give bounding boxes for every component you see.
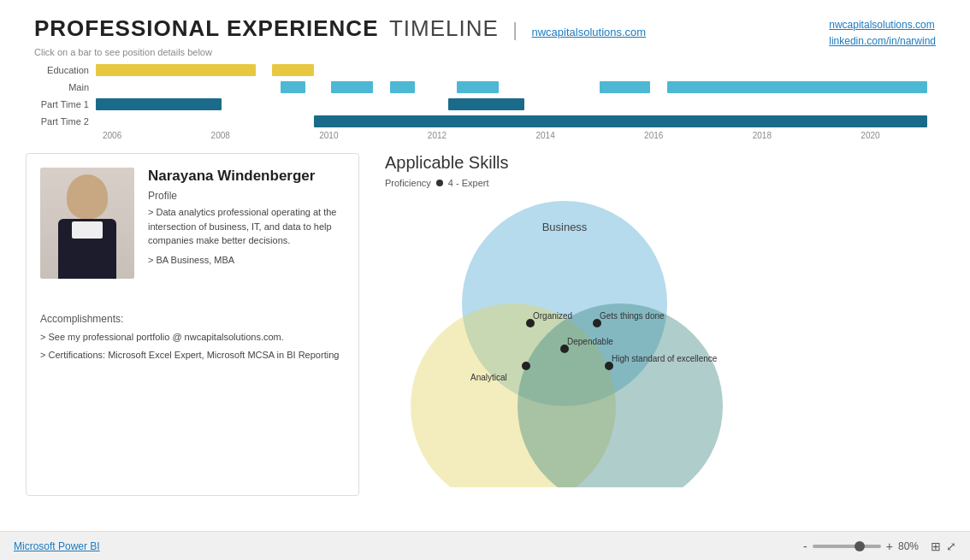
zoom-value: 80% — [898, 540, 919, 552]
timeline-axis: 2006 2008 2010 2012 2014 2016 2018 2020 — [103, 131, 936, 146]
venn-svg: Business Programming & IT Data Organized… — [385, 197, 744, 487]
website-link[interactable]: nwcapitalsolutions.com — [532, 26, 647, 38]
acc-line2: > Certifications: Microsoft Excel Expert… — [40, 348, 345, 363]
venn-label-business: Business — [542, 221, 588, 233]
accomplishments-title: Accomplishments: — [40, 313, 345, 325]
subtitle: Click on a bar to see position details b… — [34, 47, 212, 57]
label-analytical: Analytical — [470, 373, 507, 382]
timeline-label-education: Education — [34, 65, 96, 75]
timeline-label-parttime1: Part Time 1 — [34, 99, 96, 109]
proficiency-legend: Proficiency 4 - Expert — [385, 178, 944, 188]
timeline-label-parttime2: Part Time 2 — [34, 116, 96, 127]
profile-info: Narayana Windenberger Profile > Data ana… — [148, 168, 345, 279]
website-link-header[interactable]: nwcapitalsolutions.com — [829, 17, 934, 33]
zoom-minus[interactable]: - — [803, 539, 807, 553]
skills-section: Applicable Skills Proficiency 4 - Expert… — [376, 153, 944, 496]
timeline-bars-parttime1 — [96, 98, 936, 110]
bottom-bar: Microsoft Power BI - + 80% ⊞ ⤢ — [0, 531, 970, 560]
profile-section-title: Profile — [148, 190, 345, 202]
axis-2018: 2018 — [753, 131, 772, 140]
header-links: nwcapitalsolutions.com linkedin.com/in/n… — [829, 15, 936, 50]
profile-name: Narayana Windenberger — [148, 168, 345, 185]
accomplishments-section: Accomplishments: > See my professional p… — [40, 303, 345, 362]
zoom-plus[interactable]: + — [886, 539, 893, 553]
main-content: Narayana Windenberger Profile > Data ana… — [0, 153, 970, 496]
profile-card: Narayana Windenberger Profile > Data ana… — [26, 153, 359, 496]
profile-top: Narayana Windenberger Profile > Data ana… — [40, 168, 345, 279]
axis-2008: 2008 — [211, 131, 230, 140]
header: PROFESSIONAL EXPERIENCE TIMELINE | nwcap… — [0, 0, 970, 62]
timeline-bars-main — [96, 81, 936, 93]
timeline-label-main: Main — [34, 82, 96, 92]
zoom-slider[interactable] — [813, 545, 881, 548]
powerbi-link[interactable]: Microsoft Power BI — [14, 540, 100, 552]
label-high-standard: High standard of excellence — [612, 354, 718, 363]
axis-2016: 2016 — [644, 131, 663, 140]
timeline-bars-education — [96, 64, 936, 76]
timeline-row-education[interactable]: Education — [34, 62, 936, 78]
timeline-row-parttime2[interactable]: Part Time 2 — [34, 114, 936, 129]
timeline-row-main[interactable]: Main — [34, 80, 936, 95]
axis-2012: 2012 — [428, 131, 447, 140]
expand-icon[interactable]: ⤢ — [946, 539, 956, 553]
proficiency-label: Proficiency — [385, 178, 431, 188]
zoom-controls: - + 80% ⊞ ⤢ — [803, 539, 956, 553]
expert-label: 4 - Expert — [448, 178, 489, 188]
axis-2006: 2006 — [103, 131, 121, 140]
dot-analytical — [522, 362, 530, 370]
fit-screen-icon[interactable]: ⊞ — [931, 539, 941, 553]
skills-title: Applicable Skills — [385, 153, 944, 173]
label-gets-things-done: Gets things done — [600, 311, 665, 321]
timeline-section: Education Main Part Time 1 Part Time 2 — [0, 62, 970, 146]
linkedin-link[interactable]: linkedin.com/in/narwind — [829, 33, 936, 50]
venn-diagram: Business Programming & IT Data Organized… — [385, 197, 744, 496]
label-dependable: Dependable — [567, 337, 613, 346]
proficiency-dot — [436, 180, 443, 186]
axis-2014: 2014 — [535, 131, 554, 140]
label-organized: Organized — [533, 311, 572, 321]
avatar — [40, 168, 134, 279]
acc-line1: > See my professional portfolio @ nwcapi… — [40, 330, 345, 345]
zoom-thumb[interactable] — [855, 541, 865, 551]
profile-bio-line1: > Data analytics professional operating … — [148, 205, 345, 248]
profile-bio-line2: > BA Business, MBA — [148, 253, 345, 268]
timeline-bars-parttime2 — [96, 115, 936, 127]
axis-2010: 2010 — [319, 131, 338, 140]
page-title: PROFESSIONAL EXPERIENCE TIMELINE | nwcap… — [34, 15, 646, 42]
axis-2020: 2020 — [861, 131, 879, 140]
timeline-row-parttime1[interactable]: Part Time 1 — [34, 97, 936, 112]
